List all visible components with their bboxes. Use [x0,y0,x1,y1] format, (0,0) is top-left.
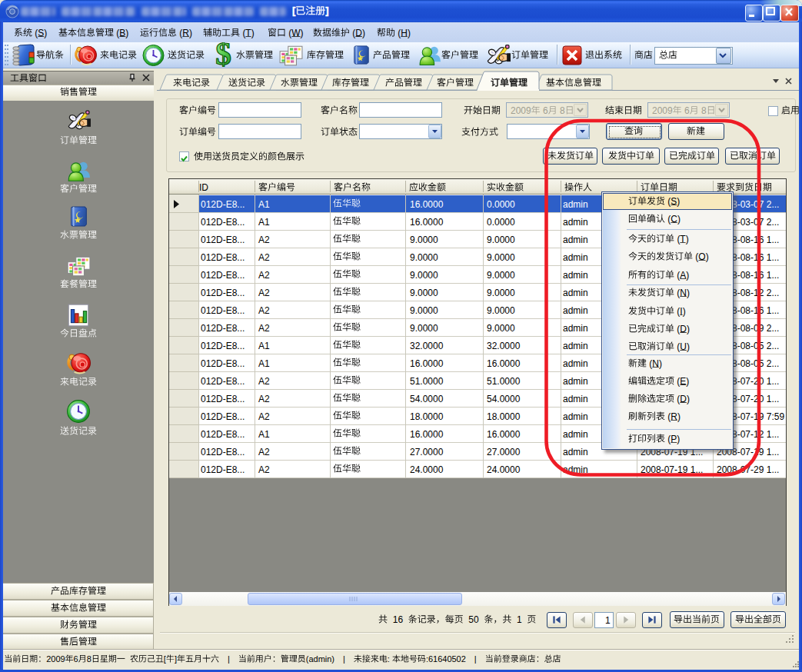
svg-text:|: | [343,654,345,664]
svg-text:]: ] [325,5,328,16]
svg-text:1: 1 [517,614,522,624]
svg-text:16: 16 [392,614,403,624]
svg-text:8: 8 [87,654,92,664]
svg-text:6: 6 [74,654,78,664]
svg-text::61640502: :61640502 [426,654,466,664]
svg-text::: : [388,654,390,664]
svg-text:(admin): (admin) [306,654,334,664]
svg-text:[: [ [292,5,296,16]
svg-text:50: 50 [468,614,479,624]
svg-text:2009: 2009 [46,654,65,664]
svg-text:2009: 2009 [511,105,531,115]
svg-text:]: ] [175,654,177,664]
svg-text:|: | [228,654,230,664]
svg-text:|: | [474,654,477,664]
svg-text:$: $ [215,42,231,67]
svg-text:[: [ [164,654,166,664]
